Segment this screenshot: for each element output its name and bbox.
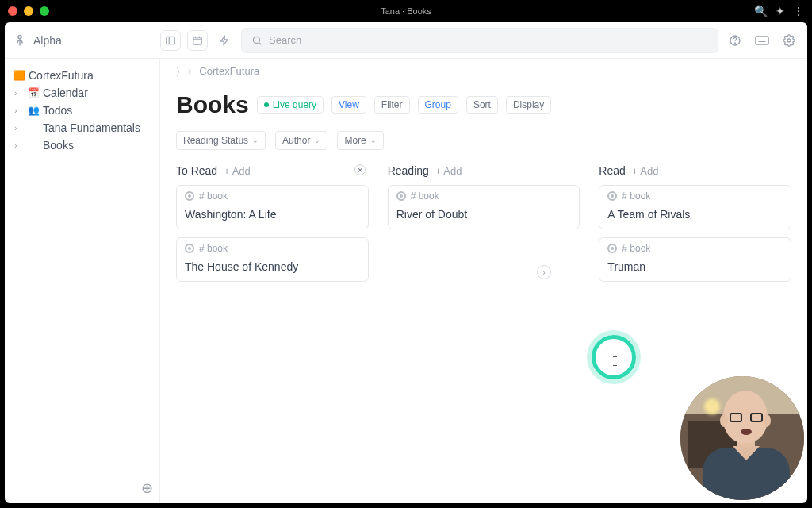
- sidebar-toggle-icon[interactable]: [160, 30, 181, 51]
- column-add-button[interactable]: + Add: [435, 165, 462, 177]
- breadcrumb-item[interactable]: CortexFutura: [199, 65, 259, 77]
- sidebar: 🟧 CortexFutura › 📅 Calendar › 👥 Todos › …: [5, 59, 160, 503]
- app-frame: Alpha: [5, 22, 807, 503]
- sort-chip[interactable]: Sort: [466, 96, 498, 114]
- board-card[interactable]: # book The House of Kennedy: [176, 237, 369, 282]
- chevron-right-icon: ›: [14, 123, 24, 133]
- sidebar-item-books[interactable]: › Books: [8, 137, 156, 154]
- chevron-right-icon: ›: [188, 65, 191, 77]
- sidebar-item-todos[interactable]: › 👥 Todos: [8, 102, 156, 119]
- sidebar-add-icon[interactable]: ⊕: [141, 479, 153, 497]
- column-clear-icon[interactable]: ✕: [354, 164, 366, 175]
- settings-icon[interactable]: [779, 30, 799, 51]
- expand-card-icon[interactable]: ›: [537, 265, 551, 279]
- board-card[interactable]: # book Truman: [599, 237, 791, 282]
- chevron-down-icon: ⌄: [314, 137, 320, 144]
- column-title: Reading: [388, 164, 429, 177]
- filter-chip[interactable]: Filter: [374, 96, 410, 114]
- node-bullet-icon: [396, 191, 406, 201]
- column-title: Read: [599, 164, 625, 177]
- card-title: Washington: A Life: [177, 205, 368, 229]
- board-card[interactable]: # book River of Doubt: [388, 185, 580, 229]
- sidebar-root[interactable]: 🟧 CortexFutura: [8, 67, 156, 84]
- node-bullet-icon: [607, 244, 617, 253]
- keyboard-icon[interactable]: [752, 30, 772, 51]
- todos-icon: 👥: [27, 105, 40, 116]
- cursor-highlight: [592, 335, 636, 379]
- filter-reading-status[interactable]: Reading Status⌄: [176, 131, 266, 150]
- today-icon[interactable]: [187, 30, 208, 51]
- sidebar-item-label: Tana Fundamentals: [43, 121, 140, 134]
- presenter-webcam: [680, 376, 804, 500]
- view-chip[interactable]: View: [331, 96, 366, 114]
- tag-label: # book: [622, 243, 650, 254]
- tag-label: # book: [199, 243, 228, 254]
- svg-point-5: [735, 42, 736, 43]
- svg-rect-2: [193, 37, 202, 44]
- svg-rect-1: [167, 37, 175, 44]
- card-title: River of Doubt: [389, 205, 580, 229]
- svg-point-0: [18, 35, 21, 38]
- board-card[interactable]: # book Washington: A Life: [176, 185, 369, 229]
- text-cursor-icon: [615, 356, 615, 366]
- window-title: Tana · Books: [0, 6, 812, 16]
- app-body: 🟧 CortexFutura › 📅 Calendar › 👥 Todos › …: [5, 59, 807, 503]
- svg-point-7: [787, 39, 791, 42]
- column-add-button[interactable]: + Add: [224, 165, 251, 177]
- chevron-right-icon: ›: [14, 88, 24, 98]
- main-panel: ⟩ › CortexFutura Books Live query View F…: [160, 59, 807, 503]
- node-bullet-icon: [185, 244, 194, 253]
- workspace-switcher[interactable]: Alpha: [13, 33, 154, 48]
- node-bullet-icon: [607, 191, 617, 201]
- breadcrumb: ⟩ › CortexFutura: [176, 65, 791, 77]
- sidebar-item-label: Todos: [43, 104, 72, 117]
- group-chip[interactable]: Group: [418, 96, 458, 114]
- browser-search-icon[interactable]: 🔍: [754, 5, 768, 17]
- card-title: Truman: [599, 257, 791, 281]
- search-input[interactable]: [269, 34, 708, 46]
- page-title: Books: [176, 91, 249, 118]
- tag-label: # book: [411, 190, 439, 202]
- chevron-down-icon: ⌄: [252, 137, 259, 144]
- filter-author[interactable]: Author⌄: [275, 131, 327, 150]
- tag-label: # book: [622, 190, 650, 202]
- sidebar-item-label: Books: [43, 139, 74, 152]
- breadcrumb-root-icon[interactable]: ⟩: [176, 65, 180, 77]
- top-bar: Alpha: [5, 22, 807, 59]
- tag-label: # book: [199, 190, 228, 202]
- brand-icon: [13, 33, 27, 48]
- live-dot-icon: [264, 102, 269, 107]
- display-chip[interactable]: Display: [506, 96, 551, 114]
- filter-more[interactable]: More⌄: [337, 131, 383, 150]
- svg-rect-6: [756, 36, 769, 44]
- node-bullet-icon: [185, 191, 194, 201]
- sidebar-item-label: Calendar: [43, 87, 88, 99]
- card-title: The House of Kennedy: [177, 257, 368, 281]
- board-column-read: Read + Add # book A Team of Rivals # boo…: [599, 164, 791, 290]
- board-card[interactable]: # book A Team of Rivals: [599, 185, 791, 229]
- svg-point-3: [253, 37, 259, 43]
- workspace-name: Alpha: [33, 34, 62, 47]
- calendar-icon: 📅: [27, 87, 40, 98]
- card-title: A Team of Rivals: [599, 205, 791, 229]
- live-query-chip[interactable]: Live query: [257, 96, 324, 114]
- search-bar[interactable]: [241, 28, 718, 53]
- chevron-right-icon: ›: [14, 140, 24, 150]
- help-icon[interactable]: [725, 30, 745, 51]
- sidebar-item-tana-fundamentals[interactable]: › Tana Fundamentals: [8, 119, 156, 137]
- sidebar-item-calendar[interactable]: › 📅 Calendar: [8, 84, 156, 102]
- chevron-down-icon: ⌄: [370, 137, 377, 144]
- overflow-menu-icon[interactable]: ⋮: [793, 5, 804, 17]
- column-add-button[interactable]: + Add: [632, 165, 659, 177]
- extensions-icon[interactable]: ✦: [776, 5, 785, 17]
- workspace-avatar-icon: 🟧: [13, 70, 25, 81]
- search-icon: [251, 35, 262, 46]
- chevron-right-icon: ›: [14, 106, 24, 115]
- board-column-to-read: To Read + Add ✕ # book Washington: A Lif…: [176, 164, 369, 290]
- quick-add-icon[interactable]: [214, 30, 235, 51]
- column-title: To Read: [176, 164, 217, 177]
- sidebar-root-label: CortexFutura: [29, 69, 94, 82]
